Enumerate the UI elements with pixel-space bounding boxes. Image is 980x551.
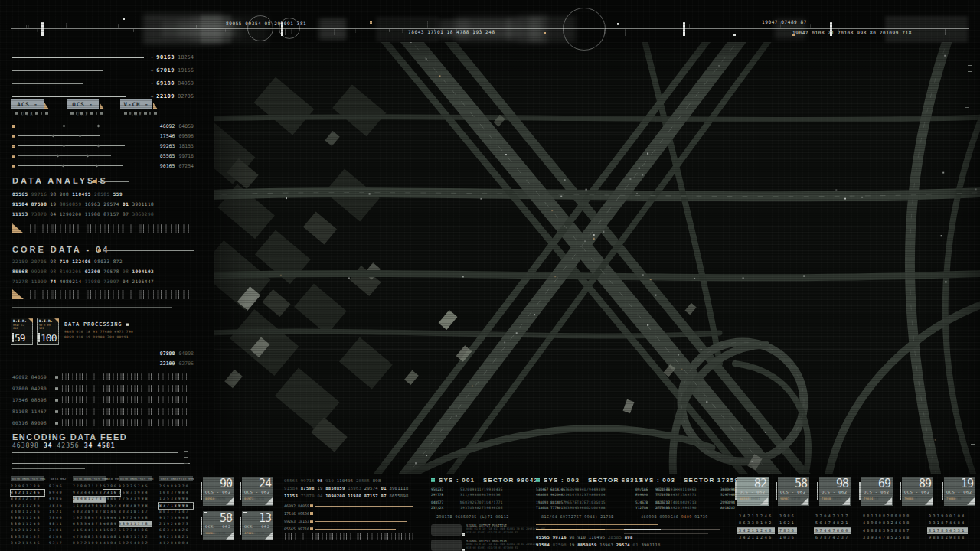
stat-box-right-3[interactable]: 98OCS - 06278088 09138 <box>819 477 851 506</box>
timeline-dot-tan <box>544 32 546 34</box>
barcode-label: 00316 89096 <box>12 420 52 425</box>
stat-box-left-1[interactable]: 90OCS - 06284910 09056 <box>203 477 234 506</box>
data-token: 98 <box>317 478 322 483</box>
channel-tag-1[interactable]: ACS - 276 <box>11 99 44 109</box>
sys-002-title: SYS : 002 - SECTOR 68317 <box>544 477 643 484</box>
satellite-interchange-view[interactable] <box>214 42 980 474</box>
channel-tag-3[interactable]: V-CH - 587 <box>120 99 152 109</box>
stat-box-left-4[interactable]: 13OCS - 06247120 08834 <box>242 511 273 540</box>
slider-bullet-icon <box>12 155 15 158</box>
stat-box-right-1[interactable]: 82OCS - 06288787 09081 <box>737 477 769 506</box>
sys-003-grid: 09/1A647397893HH0110H633600494E09A90T131… <box>635 487 735 510</box>
digit-grid-row: 331874684 <box>927 520 968 527</box>
slider-label: 99263 18153 <box>284 519 310 523</box>
grid-cell: A018ZUJ <box>720 506 735 511</box>
metric-bar[interactable] <box>12 83 83 84</box>
value-main: 67019 <box>156 67 175 73</box>
data-token: 719 <box>60 259 69 264</box>
signal-box-2[interactable] <box>431 540 462 551</box>
dir-gauge-1[interactable]: D.I.R.8847 12 09659 <box>11 318 33 345</box>
data-token: 87598 <box>301 486 315 491</box>
data-token: 98033 <box>94 259 110 264</box>
box-value: 89 <box>919 477 931 491</box>
timeline-tick <box>37 29 38 32</box>
barcode <box>61 385 188 392</box>
corner-fold-icon <box>226 532 234 540</box>
sys-003-header[interactable]: SYS : 003 - SECTOR 17359 <box>635 477 735 484</box>
metric-bar[interactable] <box>12 70 103 71</box>
box-value: 58 <box>795 477 807 491</box>
stat-box-left-3[interactable]: 58OCS - 06290284 61930 <box>203 511 234 540</box>
data-token: 908 <box>60 191 69 197</box>
value-main: 90163 <box>156 54 175 60</box>
channel-tag-2[interactable]: OCS - 762 <box>67 99 99 109</box>
signal-box-1[interactable] <box>431 524 462 536</box>
stat-box-right-2[interactable]: 58OCS - 06298987 61730 <box>778 477 809 506</box>
metric-value: -6918004069 <box>151 80 194 86</box>
timeline-tick <box>196 25 197 28</box>
slider-bullet-icon <box>310 504 313 507</box>
slider-track[interactable] <box>18 135 100 136</box>
metric-bar-row: +6701919156 <box>12 67 194 74</box>
timeline-marker-3[interactable] <box>683 22 685 36</box>
digit-grid-5: 933900104331874684817864531988829888 <box>927 513 968 541</box>
barcode <box>28 290 191 299</box>
sys-grid-row: Y127UA037431A920199G390A018ZUJ <box>635 506 735 511</box>
data-token: 87598 <box>31 201 47 207</box>
sign-icon: + <box>151 67 154 73</box>
box-value: 69 <box>878 477 890 491</box>
title-rule <box>103 250 194 251</box>
slider-track[interactable] <box>18 155 111 156</box>
data-token: 87157 <box>364 494 378 498</box>
stat-box-right-5[interactable]: 89OCS - 06279088 7 <box>902 477 933 506</box>
slider-track[interactable] <box>315 514 384 514</box>
slider-track[interactable] <box>315 506 413 507</box>
metric-bar[interactable] <box>12 96 126 97</box>
data-token: 11153 <box>12 211 28 217</box>
timeline-dot <box>733 34 736 36</box>
edge-tick <box>184 457 188 458</box>
data-token: 87 <box>122 211 129 217</box>
timeline-tick <box>482 23 482 28</box>
data-token: 910 <box>325 478 334 483</box>
value-sub: 99716 <box>178 153 194 159</box>
slider-value: 4609284059 <box>160 123 194 129</box>
timeline-marker-1[interactable] <box>41 22 44 36</box>
slider-track[interactable] <box>18 126 125 126</box>
digit-grid-row: 988829888 <box>927 534 968 541</box>
slider-track[interactable] <box>18 165 123 166</box>
stat-box-right-6[interactable]: 19OCS - 06279080 88 <box>944 477 975 506</box>
barcode-label: 81108 11457 <box>12 409 52 414</box>
slider-track[interactable] <box>315 529 396 530</box>
slider-track[interactable] <box>315 521 407 522</box>
timeline-readout-4: 19047 0108 21 70108 998 80 201099 718 <box>792 30 912 35</box>
data-token: 3860298 <box>132 211 154 217</box>
metric-bar[interactable] <box>12 57 144 58</box>
gauge-sub: 99 3 09 181 <box>39 324 51 330</box>
divider <box>12 307 172 308</box>
stat-box-right-4[interactable]: 69OCS - 06279034 18 <box>861 477 893 506</box>
data-token: 8655898 <box>389 494 408 498</box>
barcode-label-row: 97800 04280 <box>12 385 194 392</box>
corner-fold-icon <box>265 497 273 505</box>
value-main: 46092 <box>160 123 175 129</box>
data-token: 16963 <box>599 543 613 547</box>
value-sub: 07254 <box>178 163 194 169</box>
title-bullet <box>93 180 96 183</box>
digit-grid-row: 34211246 <box>737 513 775 520</box>
digit-grid-row: 3986 <box>778 513 797 520</box>
box-label: OCS - 062 <box>822 490 847 494</box>
barcode-label: 97800 04280 <box>12 386 52 391</box>
data-token: 77980 <box>85 279 101 284</box>
stat-box-left-2[interactable]: 24OCS - 06201973 48211 <box>242 477 273 506</box>
grid-cell: 29Y77B <box>431 493 460 498</box>
sys-003-footer: — 46099B 0990G46 9409 91739 <box>635 514 735 519</box>
slider-track[interactable] <box>18 145 125 146</box>
timeline-tick <box>34 29 34 34</box>
corner-fold-icon <box>760 497 768 505</box>
data-token: 20705 <box>31 259 47 264</box>
sign-icon: - <box>151 80 154 86</box>
data-token: 11099 <box>31 279 47 284</box>
dir-gauge-2[interactable]: D.I.R.99 3 09 181100 <box>37 318 59 345</box>
slider-bullet-icon <box>12 145 15 148</box>
